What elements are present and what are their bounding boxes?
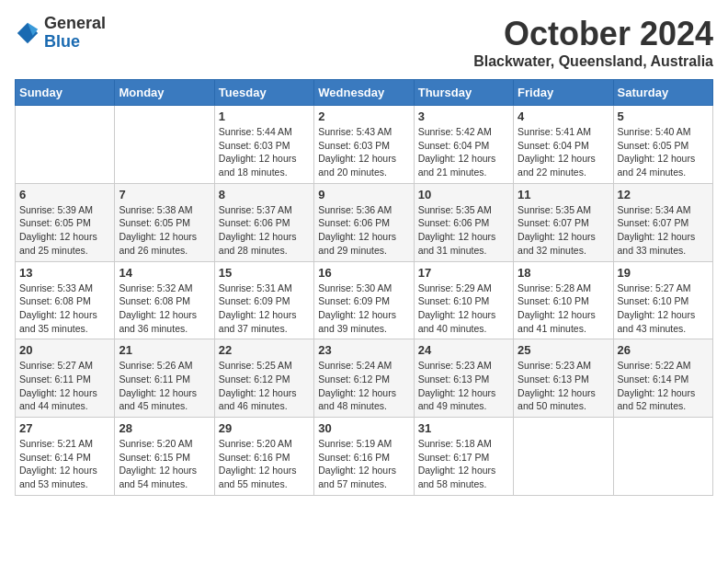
day-info: Sunrise: 5:20 AMSunset: 6:16 PMDaylight:… (219, 437, 310, 491)
day-number: 20 (19, 343, 110, 357)
logo-general-text: General (44, 15, 106, 33)
weekday-header: Saturday (613, 80, 712, 106)
calendar-cell: 25Sunrise: 5:23 AMSunset: 6:13 PMDayligh… (514, 339, 613, 418)
calendar-cell: 6Sunrise: 5:39 AMSunset: 6:05 PMDaylight… (16, 183, 115, 261)
day-info: Sunrise: 5:18 AMSunset: 6:17 PMDaylight:… (418, 437, 509, 491)
calendar-cell: 24Sunrise: 5:23 AMSunset: 6:13 PMDayligh… (414, 339, 513, 418)
day-number: 15 (219, 266, 310, 280)
day-info: Sunrise: 5:21 AMSunset: 6:14 PMDaylight:… (19, 437, 110, 491)
day-info: Sunrise: 5:19 AMSunset: 6:16 PMDaylight:… (318, 437, 409, 491)
day-number: 13 (19, 266, 110, 280)
day-info: Sunrise: 5:42 AMSunset: 6:04 PMDaylight:… (418, 125, 509, 179)
calendar-cell: 22Sunrise: 5:25 AMSunset: 6:12 PMDayligh… (214, 339, 313, 418)
calendar-cell: 12Sunrise: 5:34 AMSunset: 6:07 PMDayligh… (613, 183, 712, 261)
day-info: Sunrise: 5:36 AMSunset: 6:06 PMDaylight:… (318, 203, 409, 258)
day-number: 27 (19, 421, 110, 435)
day-number: 9 (318, 188, 409, 201)
weekday-header: Sunday (16, 80, 115, 106)
day-number: 12 (618, 188, 709, 201)
svg-marker-0 (17, 23, 38, 43)
calendar-cell: 29Sunrise: 5:20 AMSunset: 6:16 PMDayligh… (214, 418, 313, 496)
calendar-week-row: 6Sunrise: 5:39 AMSunset: 6:05 PMDaylight… (16, 183, 713, 261)
day-info: Sunrise: 5:22 AMSunset: 6:14 PMDaylight:… (618, 359, 709, 413)
day-number: 2 (318, 109, 409, 123)
day-number: 14 (119, 266, 210, 280)
day-info: Sunrise: 5:44 AMSunset: 6:03 PMDaylight:… (219, 125, 310, 179)
day-info: Sunrise: 5:33 AMSunset: 6:08 PMDaylight:… (19, 282, 110, 336)
day-number: 25 (518, 343, 609, 357)
day-info: Sunrise: 5:31 AMSunset: 6:09 PMDaylight:… (219, 282, 310, 336)
day-number: 24 (418, 343, 509, 357)
calendar-cell: 20Sunrise: 5:27 AMSunset: 6:11 PMDayligh… (16, 339, 115, 418)
calendar-cell: 8Sunrise: 5:37 AMSunset: 6:06 PMDaylight… (214, 183, 313, 261)
day-number: 6 (19, 188, 110, 201)
calendar-cell: 15Sunrise: 5:31 AMSunset: 6:09 PMDayligh… (214, 261, 313, 339)
day-info: Sunrise: 5:40 AMSunset: 6:05 PMDaylight:… (618, 125, 709, 179)
calendar-cell: 13Sunrise: 5:33 AMSunset: 6:08 PMDayligh… (16, 261, 115, 339)
day-number: 22 (219, 343, 310, 357)
calendar-cell: 28Sunrise: 5:20 AMSunset: 6:15 PMDayligh… (115, 418, 214, 496)
weekday-header: Thursday (414, 80, 513, 106)
month-title: October 2024 (473, 15, 713, 53)
day-number: 10 (418, 188, 509, 201)
day-number: 28 (119, 421, 210, 435)
day-info: Sunrise: 5:35 AMSunset: 6:07 PMDaylight:… (518, 203, 609, 258)
day-info: Sunrise: 5:37 AMSunset: 6:06 PMDaylight:… (219, 203, 310, 258)
day-info: Sunrise: 5:26 AMSunset: 6:11 PMDaylight:… (119, 359, 210, 413)
calendar-cell: 21Sunrise: 5:26 AMSunset: 6:11 PMDayligh… (115, 339, 214, 418)
calendar-cell: 18Sunrise: 5:28 AMSunset: 6:10 PMDayligh… (514, 261, 613, 339)
calendar-cell (613, 418, 712, 496)
day-info: Sunrise: 5:43 AMSunset: 6:03 PMDaylight:… (318, 125, 409, 179)
weekday-header: Tuesday (214, 80, 313, 106)
day-info: Sunrise: 5:25 AMSunset: 6:12 PMDaylight:… (219, 359, 310, 413)
calendar-week-row: 20Sunrise: 5:27 AMSunset: 6:11 PMDayligh… (16, 339, 713, 418)
calendar-cell: 3Sunrise: 5:42 AMSunset: 6:04 PMDaylight… (414, 106, 513, 184)
calendar-cell: 26Sunrise: 5:22 AMSunset: 6:14 PMDayligh… (613, 339, 712, 418)
day-info: Sunrise: 5:35 AMSunset: 6:06 PMDaylight:… (418, 203, 509, 258)
calendar-cell: 11Sunrise: 5:35 AMSunset: 6:07 PMDayligh… (514, 183, 613, 261)
calendar-cell: 16Sunrise: 5:30 AMSunset: 6:09 PMDayligh… (314, 261, 414, 339)
calendar-cell: 10Sunrise: 5:35 AMSunset: 6:06 PMDayligh… (414, 183, 513, 261)
day-number: 18 (518, 266, 609, 280)
day-number: 29 (219, 421, 310, 435)
location-title: Blackwater, Queensland, Australia (473, 53, 713, 70)
logo-blue-text: Blue (44, 33, 106, 52)
calendar: SundayMondayTuesdayWednesdayThursdayFrid… (15, 79, 713, 496)
day-number: 8 (219, 188, 310, 201)
day-number: 1 (219, 109, 310, 123)
title-area: October 2024 Blackwater, Queensland, Aus… (473, 15, 713, 70)
weekday-header: Friday (514, 80, 613, 106)
day-info: Sunrise: 5:23 AMSunset: 6:13 PMDaylight:… (518, 359, 609, 413)
calendar-cell: 17Sunrise: 5:29 AMSunset: 6:10 PMDayligh… (414, 261, 513, 339)
day-number: 19 (618, 266, 709, 280)
day-info: Sunrise: 5:24 AMSunset: 6:12 PMDaylight:… (318, 359, 409, 413)
calendar-cell: 4Sunrise: 5:41 AMSunset: 6:04 PMDaylight… (514, 106, 613, 184)
day-info: Sunrise: 5:34 AMSunset: 6:07 PMDaylight:… (618, 203, 709, 258)
calendar-cell: 27Sunrise: 5:21 AMSunset: 6:14 PMDayligh… (16, 418, 115, 496)
calendar-cell: 9Sunrise: 5:36 AMSunset: 6:06 PMDaylight… (314, 183, 414, 261)
calendar-cell: 1Sunrise: 5:44 AMSunset: 6:03 PMDaylight… (214, 106, 313, 184)
day-info: Sunrise: 5:32 AMSunset: 6:08 PMDaylight:… (119, 282, 210, 336)
day-number: 30 (318, 421, 409, 435)
calendar-cell (16, 106, 115, 184)
day-number: 23 (318, 343, 409, 357)
day-number: 16 (318, 266, 409, 280)
weekday-header-row: SundayMondayTuesdayWednesdayThursdayFrid… (16, 80, 713, 106)
day-info: Sunrise: 5:28 AMSunset: 6:10 PMDaylight:… (518, 282, 609, 336)
day-number: 7 (119, 188, 210, 201)
calendar-cell: 2Sunrise: 5:43 AMSunset: 6:03 PMDaylight… (314, 106, 414, 184)
calendar-cell: 23Sunrise: 5:24 AMSunset: 6:12 PMDayligh… (314, 339, 414, 418)
day-info: Sunrise: 5:27 AMSunset: 6:11 PMDaylight:… (19, 359, 110, 413)
calendar-cell (514, 418, 613, 496)
day-info: Sunrise: 5:20 AMSunset: 6:15 PMDaylight:… (119, 437, 210, 491)
logo-icon (15, 20, 40, 46)
calendar-cell (115, 106, 214, 184)
day-number: 26 (618, 343, 709, 357)
calendar-week-row: 27Sunrise: 5:21 AMSunset: 6:14 PMDayligh… (16, 418, 713, 496)
calendar-cell: 31Sunrise: 5:18 AMSunset: 6:17 PMDayligh… (414, 418, 513, 496)
calendar-cell: 14Sunrise: 5:32 AMSunset: 6:08 PMDayligh… (115, 261, 214, 339)
day-number: 4 (518, 109, 609, 123)
day-info: Sunrise: 5:41 AMSunset: 6:04 PMDaylight:… (518, 125, 609, 179)
calendar-week-row: 13Sunrise: 5:33 AMSunset: 6:08 PMDayligh… (16, 261, 713, 339)
day-info: Sunrise: 5:38 AMSunset: 6:05 PMDaylight:… (119, 203, 210, 258)
